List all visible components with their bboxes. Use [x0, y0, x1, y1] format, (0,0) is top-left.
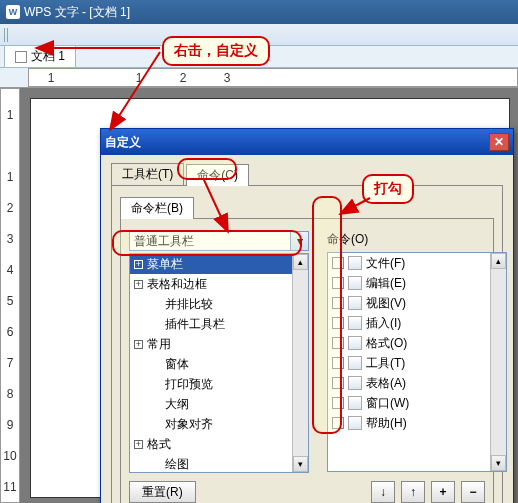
toolbar-tree[interactable]: +菜单栏+表格和边框并排比较插件工具栏+常用窗体打印预览大纲对象对齐+格式绘图 … [129, 253, 309, 473]
app-title: WPS 文字 - [文档 1] [24, 4, 130, 21]
checkbox[interactable] [332, 357, 344, 369]
checkbox[interactable] [332, 337, 344, 349]
command-item-label: 窗口(W) [366, 395, 409, 412]
checkbox[interactable] [332, 277, 344, 289]
minus-icon: − [469, 485, 476, 499]
expand-icon[interactable]: + [134, 260, 143, 269]
tab-commandbar[interactable]: 命令栏(B) [120, 197, 194, 219]
tree-item[interactable]: 打印预览 [130, 374, 292, 394]
tree-item-label: 表格和边框 [147, 276, 207, 293]
ruler-tick: 7 [7, 347, 14, 378]
document-tab-label: 文档 1 [31, 48, 65, 65]
document-icon [15, 51, 27, 63]
tree-item-label: 常用 [147, 336, 171, 353]
dialog-titlebar[interactable]: 自定义 ✕ [101, 129, 513, 155]
dialog-tabs-secondary: 命令栏(B) [120, 196, 494, 218]
ruler-vertical[interactable]: 11234567891011 [0, 88, 20, 503]
command-icon [348, 276, 362, 290]
ruler-tick: 9 [7, 409, 14, 440]
dialog-tab-panel: 命令栏(B) ▾ +菜单栏+表格和边框并排比较插件工具栏+常用窗体打印预览大纲对… [111, 185, 503, 503]
command-item[interactable]: 编辑(E) [328, 273, 490, 293]
arrow-down-icon: ↓ [380, 485, 386, 499]
ruler-tick: 5 [7, 285, 14, 316]
tree-item[interactable]: 绘图 [130, 454, 292, 472]
tree-item-label: 菜单栏 [147, 256, 183, 273]
command-icon [348, 256, 362, 270]
tree-item[interactable]: +格式 [130, 434, 292, 454]
scroll-down-button[interactable]: ▾ [293, 456, 308, 472]
command-item[interactable]: 插入(I) [328, 313, 490, 333]
move-up-button[interactable]: ↑ [401, 481, 425, 503]
ruler-tick: 2 [161, 71, 205, 85]
command-item-label: 插入(I) [366, 315, 401, 332]
document-tab[interactable]: 文档 1 [4, 45, 76, 67]
ruler-horizontal-area: 1123 [0, 68, 518, 88]
command-item[interactable]: 工具(T) [328, 353, 490, 373]
command-item-label: 帮助(H) [366, 415, 407, 432]
ruler-horizontal[interactable]: 1123 [28, 68, 518, 87]
document-tabs: 文档 1 [0, 46, 518, 68]
tree-item-label: 对象对齐 [165, 416, 213, 433]
tree-item[interactable]: 对象对齐 [130, 414, 292, 434]
combo-dropdown-button[interactable]: ▾ [291, 231, 309, 251]
toolbar-area[interactable] [0, 24, 518, 46]
ruler-tick: 8 [7, 378, 14, 409]
checkbox[interactable] [332, 417, 344, 429]
command-item[interactable]: 表格(A) [328, 373, 490, 393]
expand-icon[interactable]: + [134, 280, 143, 289]
tree-item-label: 打印预览 [165, 376, 213, 393]
command-icon [348, 416, 362, 430]
scrollbar[interactable]: ▴ ▾ [490, 253, 506, 471]
reset-button[interactable]: 重置(R) [129, 481, 196, 503]
ruler-tick: 3 [7, 223, 14, 254]
close-button[interactable]: ✕ [489, 133, 509, 151]
scroll-down-button[interactable]: ▾ [491, 455, 506, 471]
tab-commands[interactable]: 命令(C) [186, 164, 249, 186]
chevron-down-icon: ▾ [297, 234, 303, 248]
remove-button[interactable]: − [461, 481, 485, 503]
expand-icon[interactable]: + [134, 440, 143, 449]
command-item-label: 表格(A) [366, 375, 406, 392]
tree-item-label: 窗体 [165, 356, 189, 373]
command-item[interactable]: 视图(V) [328, 293, 490, 313]
scroll-up-button[interactable]: ▴ [293, 254, 308, 270]
tree-item[interactable]: +菜单栏 [130, 254, 292, 274]
command-item[interactable]: 帮助(H) [328, 413, 490, 433]
tree-item[interactable]: 大纲 [130, 394, 292, 414]
toolbar-grip-icon[interactable] [4, 28, 10, 42]
category-combo-input[interactable] [129, 231, 291, 251]
tree-item[interactable]: 窗体 [130, 354, 292, 374]
checkbox[interactable] [332, 397, 344, 409]
tree-item[interactable]: 并排比较 [130, 294, 292, 314]
checkbox[interactable] [332, 257, 344, 269]
ruler-tick: 1 [29, 71, 73, 85]
command-icon [348, 376, 362, 390]
add-button[interactable]: + [431, 481, 455, 503]
checkbox[interactable] [332, 297, 344, 309]
move-down-button[interactable]: ↓ [371, 481, 395, 503]
tree-item[interactable]: 插件工具栏 [130, 314, 292, 334]
ruler-tick: 4 [7, 254, 14, 285]
plus-icon: + [439, 485, 446, 499]
category-combo[interactable]: ▾ [129, 231, 309, 251]
tree-item-label: 大纲 [165, 396, 189, 413]
scrollbar[interactable]: ▴ ▾ [292, 254, 308, 472]
command-item-label: 文件(F) [366, 255, 405, 272]
command-icon [348, 396, 362, 410]
tab-toolbars[interactable]: 工具栏(T) [111, 163, 184, 185]
expand-icon[interactable]: + [134, 340, 143, 349]
tree-item[interactable]: +表格和边框 [130, 274, 292, 294]
commands-list[interactable]: 文件(F)编辑(E)视图(V)插入(I)格式(O)工具(T)表格(A)窗口(W)… [327, 252, 507, 472]
checkbox[interactable] [332, 377, 344, 389]
ruler-tick: 11 [3, 471, 16, 502]
checkbox[interactable] [332, 317, 344, 329]
tree-item[interactable]: +常用 [130, 334, 292, 354]
dialog-tabs-primary: 工具栏(T)命令(C) [111, 163, 503, 185]
command-icon [348, 296, 362, 310]
command-item[interactable]: 文件(F) [328, 253, 490, 273]
command-item[interactable]: 窗口(W) [328, 393, 490, 413]
scroll-up-button[interactable]: ▴ [491, 253, 506, 269]
command-item[interactable]: 格式(O) [328, 333, 490, 353]
ruler-tick: 1 [7, 161, 14, 192]
customize-dialog: 自定义 ✕ 工具栏(T)命令(C) 命令栏(B) ▾ +菜单栏+表格和边框并排比… [100, 128, 514, 503]
